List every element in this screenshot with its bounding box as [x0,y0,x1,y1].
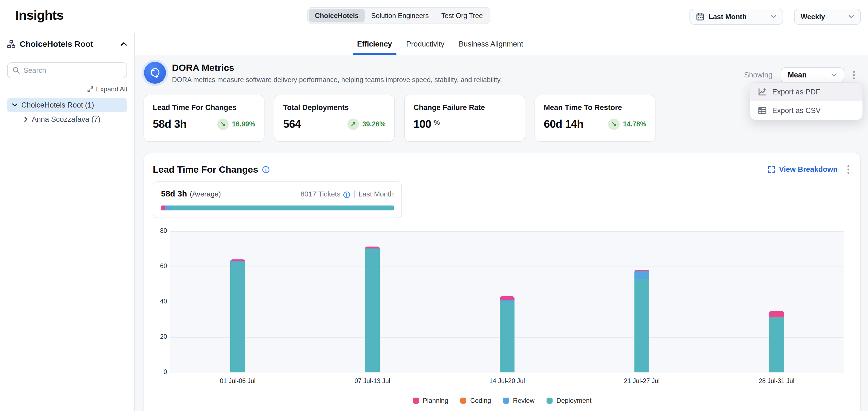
bar-21-jul-27-jul[interactable] [634,270,649,372]
delta-value: 14.78% [623,120,646,128]
tree-item-label: Anna Scozzafava (7) [32,115,100,124]
view-breakdown-button[interactable]: View Breakdown [768,165,838,174]
date-range-dropdown[interactable]: Last Month [689,9,783,25]
legend-swatch [460,398,466,404]
header-controls: Last Month Weekly [689,9,861,25]
dora-more-menu-button[interactable] [851,69,857,81]
card-title: Total Deployments [283,103,385,112]
info-icon[interactable] [343,191,350,198]
phase-segment-planning [161,205,165,210]
content-area: DORA Metrics DORA metrics measure softwa… [135,55,868,411]
x-axis-tick-label: 28 Jul-31 Jul [709,377,844,385]
info-icon[interactable] [262,166,270,173]
chart-more-menu-button[interactable] [845,163,851,176]
tree-item-choicehotels-root[interactable]: ChoiceHotels Root (1) [7,98,127,112]
org-tab-test-org-tree[interactable]: Test Org Tree [435,9,489,23]
chevron-right-icon[interactable] [24,116,28,122]
section-tabbar: Efficiency Productivity Business Alignme… [135,33,868,55]
legend-label: Deployment [556,397,591,404]
card-value: 564 [283,118,301,130]
card-lead-time-for-changes: Lead Time For Changes 58d 3h ↘ 16.99% [144,95,265,142]
bar-14-jul-20-jul[interactable] [500,296,515,372]
gridline [170,267,844,267]
phase-distribution-bar [161,205,394,210]
legend-label: Review [513,397,534,404]
x-axis-tick-label: 21 Jul-27 Jul [575,377,709,385]
x-axis-tick-label: 14 Jul-20 Jul [440,377,575,385]
delta-value: 16.99% [232,120,255,128]
lead-time-chart-card: Lead Time For Changes View Breakdown [144,153,861,411]
org-tab-choicehotels[interactable]: ChoiceHotels [309,9,365,23]
sidebar-header: ChoiceHotels Root [0,33,134,55]
bar-01-jul-06-jul[interactable] [230,260,245,372]
legend-item-deployment[interactable]: Deployment [547,397,591,404]
collapse-sidebar-button[interactable] [121,42,127,46]
org-tab-solution-engineers[interactable]: Solution Engineers [365,9,435,23]
x-axis-tick-label: 07 Jul-13 Jul [305,377,440,385]
tab-business-alignment[interactable]: Business Alignment [458,33,524,55]
card-mean-time-to-restore: Mean Time To Restore 60d 14h ↘ 14.78% [534,95,655,142]
app-shell: ChoiceHotels Root Ex [0,33,868,411]
sidebar-title: ChoiceHotels Root [20,39,116,49]
org-chart-icon [7,40,16,48]
chevron-down-icon [831,73,837,77]
segment-deployment [769,317,784,372]
segment-deployment [500,302,515,372]
expand-all-button[interactable]: Expand All [87,85,127,93]
segment-review [634,271,649,279]
dora-title: DORA Metrics [172,62,502,73]
tree-item-anna-scozzafava[interactable]: Anna Scozzafava (7) [19,112,127,127]
aggregation-value: Mean [788,71,807,79]
trend-up-icon: ↗ [347,118,359,130]
export-as-pdf-label: Export as PDF [772,88,820,96]
bar-28-jul-31-jul[interactable] [769,311,784,372]
iteration-cycle-icon [144,62,166,84]
export-as-pdf-item[interactable]: Export as PDF [750,83,863,101]
summary-period: Last Month [359,190,394,198]
search-input[interactable] [24,66,122,75]
separator [354,191,354,198]
summary-qualifier: (Average) [190,190,221,198]
card-value-suffix: % [434,119,440,127]
card-change-failure-rate: Change Failure Rate 100 % [404,95,525,142]
tab-efficiency[interactable]: Efficiency [356,33,393,55]
y-axis-tick-label: 60 [153,263,167,270]
tab-productivity[interactable]: Productivity [405,33,446,55]
legend-swatch [413,398,419,404]
legend-item-coding[interactable]: Coding [460,397,491,404]
summary-tickets: 8017 Tickets [300,190,340,198]
y-axis-tick-label: 0 [153,368,167,376]
date-range-value: Last Month [709,12,747,21]
chart-summary-card: 58d 3h (Average) 8017 Tickets Last Month [153,181,402,218]
expand-all-icon [87,86,93,92]
card-value: 58d 3h [153,118,186,130]
view-breakdown-label: View Breakdown [779,165,838,174]
card-value: 100 [413,118,431,130]
legend-swatch [503,398,509,404]
tree-item-label: ChoiceHotels Root (1) [21,101,94,109]
chart-title: Lead Time For Changes [153,164,258,175]
org-tree-sidebar: ChoiceHotels Root Ex [0,33,135,411]
showing-controls: Showing Mean [744,67,857,83]
legend-label: Coding [470,397,491,404]
card-title: Lead Time For Changes [153,103,255,112]
search-box [7,62,127,78]
delta-badge: ↘ 16.99% [217,118,255,130]
x-axis-tick-label: 01 Jul-06 Jul [170,377,305,385]
export-menu: Export as PDF Export as CSV [750,83,863,120]
y-axis-tick-label: 40 [153,298,167,305]
bar-07-jul-13-jul[interactable] [365,246,380,372]
app-window: Insights ChoiceHotels Solution Engineers… [0,0,868,411]
granularity-dropdown[interactable]: Weekly [794,9,861,25]
chevron-down-icon[interactable] [12,103,18,107]
y-axis-tick-label: 80 [153,227,167,235]
card-total-deployments: Total Deployments 564 ↗ 39.26% [274,95,395,142]
chart-export-icon [758,88,767,96]
legend-item-review[interactable]: Review [503,397,534,404]
aggregation-dropdown[interactable]: Mean [781,67,844,83]
global-header: Insights ChoiceHotels Solution Engineers… [0,0,868,33]
lead-time-chart: 020406080 01 Jul-06 Jul07 Jul-13 Jul14 J… [153,231,851,404]
legend-item-planning[interactable]: Planning [413,397,448,404]
expand-all-label: Expand All [96,85,127,93]
export-as-csv-item[interactable]: Export as CSV [750,101,863,120]
